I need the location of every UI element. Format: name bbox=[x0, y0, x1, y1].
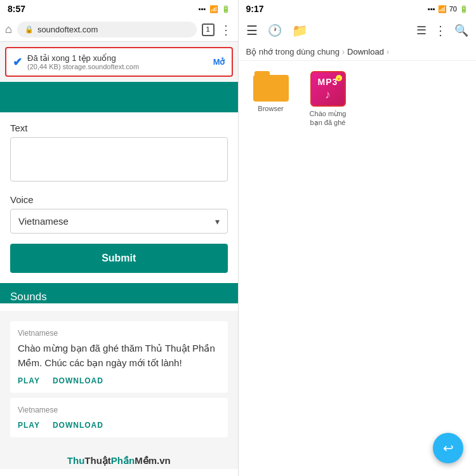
list-view-icon[interactable]: ☰ bbox=[416, 23, 426, 37]
breadcrumb-current[interactable]: Download bbox=[347, 47, 384, 56]
battery-icon-right: 🔋 bbox=[459, 5, 468, 13]
notification-title: Đã tải xong 1 tệp xuống bbox=[27, 53, 208, 63]
site-header bbox=[0, 82, 238, 112]
status-bar-right: 9:17 ▪▪▪ 📶 70 🔋 bbox=[239, 0, 477, 18]
open-button[interactable]: Mở bbox=[213, 57, 225, 67]
fm-toolbar-left: ☰ 🕐 📁 bbox=[246, 23, 308, 38]
home-icon[interactable]: ⌂ bbox=[5, 23, 12, 36]
file-grid: Browser MP3 ● ♪ Chào mừng bạn đã ghé bbox=[239, 61, 477, 138]
status-icons-left: ▪▪▪ 📶 🔋 bbox=[199, 5, 230, 13]
left-panel: 8:57 ▪▪▪ 📶 🔋 ⌂ 🔒 soundoftext.com 1 ⋮ ✔ Đ… bbox=[0, 0, 238, 476]
search-icon[interactable]: 🔍 bbox=[454, 23, 468, 37]
download-button-2[interactable]: DOWNLOAD bbox=[53, 421, 103, 430]
notification-text: Đã tải xong 1 tệp xuống (20,44 KB) stora… bbox=[27, 53, 208, 70]
sounds-section: Vietnamese Chào mừng bạn đã ghé thăm Thủ… bbox=[0, 311, 238, 453]
watermark-phan: Phần bbox=[111, 455, 135, 466]
notification-subtitle: (20,44 KB) storage.soundoftext.com bbox=[27, 63, 208, 70]
watermark-mem: Mềm bbox=[135, 455, 157, 466]
breadcrumb: Bộ nhớ trong dùng chung › Download › bbox=[239, 43, 477, 61]
lock-icon: 🔒 bbox=[25, 25, 34, 34]
voice-value: Vietnamese bbox=[18, 216, 69, 227]
mp3-icon: MP3 ● ♪ bbox=[310, 71, 346, 107]
status-bar-left: 8:57 ▪▪▪ 📶 🔋 bbox=[0, 0, 238, 18]
folder-body bbox=[253, 75, 289, 102]
sound-lang-1: Vietnamese bbox=[18, 329, 220, 338]
check-icon: ✔ bbox=[13, 55, 22, 69]
hamburger-icon[interactable]: ☰ bbox=[246, 23, 258, 38]
breadcrumb-root[interactable]: Bộ nhớ trong dùng chung bbox=[246, 47, 340, 56]
wifi-icon: 📶 bbox=[209, 5, 218, 13]
address-bar[interactable]: 🔒 soundoftext.com bbox=[17, 22, 197, 37]
play-button-2[interactable]: PLAY bbox=[18, 421, 40, 430]
watermark: ThuThuậtPhầnMềm.vn bbox=[0, 453, 238, 469]
wifi-icon-right: 📶 bbox=[438, 5, 447, 13]
breadcrumb-chevron-1: › bbox=[342, 48, 345, 56]
web-content: Text Voice Vietnamese ▾ Submit Sounds Vi… bbox=[0, 82, 238, 476]
sound-actions-1: PLAY DOWNLOAD bbox=[18, 376, 220, 385]
fab-button[interactable]: ↩ bbox=[433, 433, 463, 463]
voice-label: Voice bbox=[10, 194, 228, 205]
chevron-down-icon: ▾ bbox=[215, 216, 220, 227]
submit-button[interactable]: Submit bbox=[10, 244, 228, 273]
sounds-header: Sounds bbox=[0, 283, 238, 303]
folder-icon-browser bbox=[253, 71, 289, 102]
url-text: soundoftext.com bbox=[37, 25, 98, 34]
tab-count[interactable]: 1 bbox=[202, 23, 215, 36]
play-button-1[interactable]: PLAY bbox=[18, 376, 40, 385]
clock-icon[interactable]: 🕐 bbox=[268, 23, 282, 37]
signal-icon-right: ▪▪▪ bbox=[428, 5, 435, 13]
breadcrumb-chevron-2: › bbox=[387, 48, 389, 56]
folder-active-icon[interactable]: 📁 bbox=[292, 23, 308, 38]
file-item-mp3[interactable]: MP3 ● ♪ Chào mừng bạn đã ghé bbox=[306, 71, 350, 128]
file-label-browser: Browser bbox=[258, 104, 283, 113]
right-panel: 9:17 ▪▪▪ 📶 70 🔋 ☰ 🕐 📁 ☰ ⋮ 🔍 Bộ nhớ trong… bbox=[239, 0, 477, 476]
sound-actions-2: PLAY DOWNLOAD bbox=[18, 421, 220, 430]
download-notification: ✔ Đã tải xong 1 tệp xuống (20,44 KB) sto… bbox=[5, 47, 233, 77]
sound-text-1: Chào mừng bạn đã ghé thăm Thủ Thuật Phần… bbox=[18, 341, 220, 370]
text-label: Text bbox=[10, 122, 228, 133]
sounds-title: Sounds bbox=[10, 291, 228, 303]
status-time-left: 8:57 bbox=[8, 4, 25, 14]
browser-chrome: ⌂ 🔒 soundoftext.com 1 ⋮ bbox=[0, 18, 238, 42]
file-item-browser[interactable]: Browser bbox=[249, 71, 293, 128]
status-time-right: 9:17 bbox=[246, 4, 264, 14]
mp3-label: MP3 bbox=[318, 77, 338, 87]
watermark-thuat: Thuật bbox=[84, 455, 110, 466]
sound-lang-2: Vietnamese bbox=[18, 406, 220, 414]
right-panel-wrapper: Browser MP3 ● ♪ Chào mừng bạn đã ghé ↩ bbox=[239, 61, 477, 476]
browser-menu-icon[interactable]: ⋮ bbox=[220, 22, 233, 37]
signal-icon: ▪▪▪ bbox=[199, 5, 206, 13]
voice-select[interactable]: Vietnamese ▾ bbox=[10, 209, 228, 234]
download-button-1[interactable]: DOWNLOAD bbox=[53, 376, 103, 385]
fm-toolbar-right: ☰ ⋮ 🔍 bbox=[416, 23, 468, 38]
form-section: Text Voice Vietnamese ▾ Submit bbox=[0, 112, 238, 283]
watermark-vn: .vn bbox=[157, 455, 171, 466]
battery-percent-right: 70 bbox=[449, 5, 457, 13]
watermark-thu: Thu bbox=[67, 455, 85, 466]
sound-card-2: Vietnamese PLAY DOWNLOAD bbox=[10, 398, 228, 437]
more-options-icon[interactable]: ⋮ bbox=[434, 23, 447, 38]
mp3-badge: ● bbox=[336, 75, 342, 81]
text-input[interactable] bbox=[10, 137, 228, 182]
fab-icon: ↩ bbox=[443, 440, 454, 456]
file-label-mp3: Chào mừng bạn đã ghé bbox=[306, 109, 350, 128]
music-note-icon: ♪ bbox=[325, 88, 331, 102]
battery-icon: 🔋 bbox=[221, 5, 230, 13]
status-icons-right: ▪▪▪ 📶 70 🔋 bbox=[428, 5, 468, 13]
sound-card-1: Vietnamese Chào mừng bạn đã ghé thăm Thủ… bbox=[10, 321, 228, 393]
fm-toolbar: ☰ 🕐 📁 ☰ ⋮ 🔍 bbox=[239, 18, 477, 43]
